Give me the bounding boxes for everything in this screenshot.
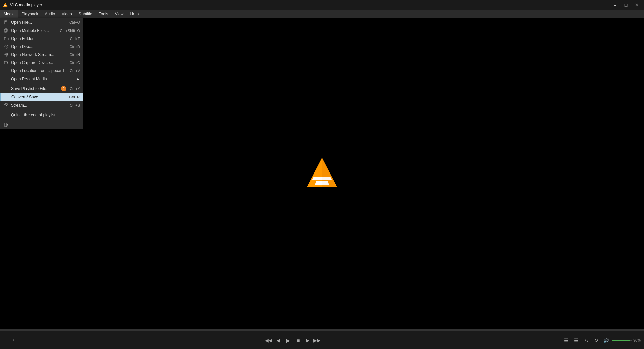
vlc-cone-large — [304, 155, 340, 192]
volume-fill — [612, 340, 630, 341]
prev-button[interactable]: ◀◀ — [265, 336, 273, 344]
quit-end-icon — [3, 112, 10, 118]
menu-item-subtitle[interactable]: Subtitle — [75, 10, 96, 18]
stop-button[interactable]: ■ — [294, 336, 302, 344]
menu-quit[interactable] — [0, 121, 83, 129]
volume-icon-button[interactable]: 🔊 — [602, 336, 610, 344]
quit-icon — [3, 122, 10, 128]
titlebar-left: VLC media player — [3, 2, 42, 8]
svg-rect-4 — [4, 21, 7, 24]
svg-rect-14 — [5, 123, 7, 127]
open-folder-icon — [3, 36, 10, 41]
svg-point-8 — [6, 46, 7, 47]
titlebar-controls: – □ ✕ — [610, 2, 641, 8]
menu-open-location[interactable]: Open Location from clipboard Ctrl+V — [0, 67, 83, 75]
minimize-button[interactable]: – — [610, 2, 620, 8]
menu-open-file[interactable]: Open File... Ctrl+O — [0, 18, 83, 27]
shuffle-button[interactable]: ⇆ — [582, 336, 590, 344]
volume-bar[interactable] — [612, 340, 632, 341]
separator-3 — [0, 120, 83, 120]
open-file-icon — [3, 20, 10, 25]
menu-open-capture[interactable]: Open Capture Device... Ctrl+C — [0, 59, 83, 67]
menu-open-disc[interactable]: Open Disc... Ctrl+D — [0, 43, 83, 51]
svg-marker-16 — [7, 124, 8, 126]
forward-button[interactable]: ▶ — [304, 336, 312, 344]
loop-button[interactable]: ↻ — [592, 336, 600, 344]
volume-slider-container: 🔊 90% — [602, 336, 641, 344]
open-recent-icon — [3, 76, 10, 82]
svg-marker-22 — [315, 181, 329, 185]
menu-open-folder[interactable]: Open Folder... Ctrl+F — [0, 35, 83, 43]
open-multiple-icon — [3, 28, 10, 33]
media-dropdown: Open File... Ctrl+O Open Multiple Files.… — [0, 18, 83, 129]
menu-quit-end[interactable]: Quit at the end of playlist — [0, 111, 83, 119]
maximize-button[interactable]: □ — [621, 2, 631, 8]
svg-marker-21 — [312, 177, 332, 180]
titlebar: VLC media player – □ ✕ — [0, 0, 644, 10]
menu-item-view[interactable]: View — [112, 10, 127, 18]
svg-rect-2 — [4, 5, 6, 5]
bottom-bar: --:-- / --:-- ◀◀ ◀ ▶ ■ ▶ ▶▶ ☰ ☰ ⇆ ↻ 🔊 90… — [0, 329, 644, 349]
close-button[interactable]: ✕ — [632, 2, 641, 8]
rewind-button[interactable]: ◀ — [274, 336, 282, 344]
progress-bar[interactable] — [0, 329, 644, 331]
svg-point-7 — [5, 45, 8, 48]
separator-1 — [0, 84, 83, 84]
play-button[interactable]: ▶ — [283, 336, 293, 345]
volume-label: 90% — [633, 338, 641, 342]
menu-open-network[interactable]: Open Network Stream... Ctrl+N — [0, 51, 83, 59]
menu-item-media[interactable]: Media — [0, 10, 18, 18]
menu-item-playback[interactable]: Playback — [18, 10, 42, 18]
submenu-arrow-icon: ► — [77, 77, 80, 81]
menu-item-audio[interactable]: Audio — [41, 10, 58, 18]
menu-convert-save[interactable]: Convert / Save... Ctrl+R — [0, 93, 83, 101]
menu-stream[interactable]: Stream... Ctrl+S — [0, 101, 83, 109]
stream-icon — [3, 103, 10, 108]
time-display: --:-- / --:-- — [6, 338, 21, 342]
svg-rect-5 — [4, 29, 7, 32]
menu-item-video[interactable]: Video — [58, 10, 75, 18]
right-controls: ☰ ☰ ⇆ ↻ 🔊 90% — [562, 336, 641, 344]
vlc-icon — [3, 2, 8, 8]
controls-row: --:-- / --:-- ◀◀ ◀ ▶ ■ ▶ ▶▶ ☰ ☰ ⇆ ↻ 🔊 90… — [0, 331, 644, 349]
open-network-icon — [3, 52, 10, 57]
menu-open-multiple[interactable]: Open Multiple Files... Ctrl+Shift+O — [0, 27, 83, 35]
svg-rect-3 — [5, 6, 6, 6]
menu-item-tools[interactable]: Tools — [96, 10, 112, 18]
left-controls: --:-- / --:-- — [3, 338, 24, 342]
menu-save-playlist[interactable]: Save Playlist to File... 2 Ctrl+Y — [0, 85, 83, 93]
save-playlist-icon — [3, 86, 10, 91]
open-location-icon — [3, 68, 10, 73]
playlist-badge: 2 — [61, 86, 66, 91]
titlebar-title: VLC media player — [10, 3, 42, 7]
extended-settings-button[interactable]: ☰ — [572, 336, 580, 344]
main-content — [0, 18, 644, 329]
separator-2 — [0, 110, 83, 110]
convert-save-icon — [3, 94, 10, 100]
svg-rect-11 — [4, 61, 7, 64]
svg-point-13 — [6, 105, 7, 106]
open-disc-icon — [3, 44, 10, 49]
open-capture-icon — [3, 60, 10, 65]
menu-item-help[interactable]: Help — [127, 10, 142, 18]
svg-rect-6 — [5, 29, 7, 32]
menubar: Media Playback Audio Video Subtitle Tool… — [0, 10, 644, 18]
next-button[interactable]: ▶▶ — [313, 336, 321, 344]
playlist-button[interactable]: ☰ — [562, 336, 570, 344]
menu-open-recent[interactable]: Open Recent Media ► — [0, 75, 83, 83]
center-controls: ◀◀ ◀ ▶ ■ ▶ ▶▶ — [265, 336, 321, 345]
